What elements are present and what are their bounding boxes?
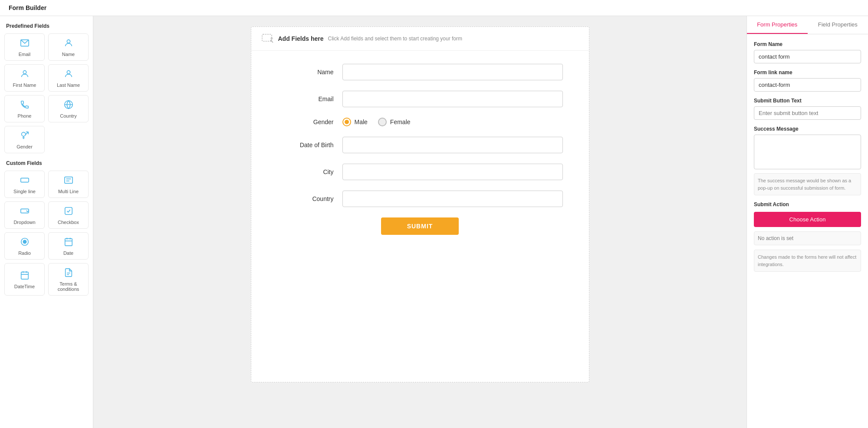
field-datetime[interactable]: DateTime [4, 263, 45, 296]
field-last-name[interactable]: Last Name [48, 64, 89, 92]
radio-icon [20, 237, 30, 248]
male-radio[interactable] [342, 118, 351, 126]
form-link-label: Form link name [754, 69, 861, 76]
terms-label: Terms & conditions [51, 281, 85, 292]
field-date[interactable]: Date [48, 232, 89, 260]
name-label: Name [62, 52, 75, 57]
dob-field-label: Date of Birth [277, 142, 334, 148]
success-message-textarea[interactable] [754, 135, 861, 169]
field-multi-line[interactable]: Multi Line [48, 171, 89, 198]
email-input[interactable] [342, 91, 563, 107]
gender-female-option[interactable]: Female [378, 118, 411, 126]
app-title: Form Builder [9, 4, 46, 11]
add-fields-bar[interactable]: Add Fields here Click Add fields and sel… [251, 27, 589, 51]
female-radio[interactable] [378, 118, 387, 126]
checkbox-label: Checkbox [58, 220, 79, 225]
form-row-city: City [277, 164, 563, 180]
right-panel: Form Properties Field Properties Form Na… [746, 16, 868, 428]
svg-point-2 [23, 71, 26, 74]
country-label: Country [60, 113, 77, 119]
svg-rect-6 [20, 178, 28, 182]
field-dropdown[interactable]: Dropdown [4, 201, 45, 229]
svg-point-5 [21, 132, 25, 136]
name-field-label: Name [277, 69, 334, 76]
dob-input[interactable] [342, 137, 563, 153]
form-name-input[interactable] [754, 50, 861, 63]
email-field-label: Email [277, 95, 334, 102]
svg-rect-11 [65, 207, 72, 215]
email-icon [20, 38, 30, 49]
predefined-section-title: Predefined Fields [4, 23, 89, 29]
add-fields-icon [262, 34, 274, 43]
submit-btn-wrap: SUBMIT [277, 217, 563, 235]
form-row-name: Name [277, 64, 563, 80]
form-row-country: Country [277, 191, 563, 207]
submit-text-input[interactable] [754, 106, 861, 120]
country-field-label: Country [277, 195, 334, 202]
gender-icon [20, 131, 30, 142]
gender-field-label: Gender [277, 119, 334, 125]
svg-rect-18 [21, 272, 28, 280]
form-row-dob: Date of Birth [277, 137, 563, 153]
form-link-input[interactable] [754, 78, 861, 92]
svg-rect-7 [64, 177, 72, 184]
svg-rect-14 [65, 239, 72, 246]
form-name-label: Form Name [754, 41, 861, 47]
submit-button[interactable]: SUBMIT [381, 217, 459, 235]
no-action-text: No action is set [754, 231, 861, 245]
choose-action-button[interactable]: Choose Action [754, 212, 861, 227]
field-email[interactable]: Email [4, 33, 45, 61]
field-first-name[interactable]: First Name [4, 64, 45, 92]
field-terms-conditions[interactable]: Terms & conditions [48, 263, 89, 296]
success-message-label: Success Message [754, 126, 861, 132]
phone-icon [20, 100, 30, 111]
field-single-line[interactable]: Single line [4, 171, 45, 198]
form-row-email: Email [277, 91, 563, 107]
city-input[interactable] [342, 164, 563, 180]
radio-label: Radio [18, 250, 31, 256]
right-panel-tabs: Form Properties Field Properties [747, 16, 868, 34]
checkbox-icon [64, 206, 73, 217]
gender-options: Male Female [342, 118, 411, 126]
first-name-icon [20, 69, 30, 80]
field-gender[interactable]: Gender [4, 126, 45, 153]
field-name[interactable]: Name [48, 33, 89, 61]
form-row-gender: Gender Male Female [277, 118, 563, 126]
country-icon [64, 100, 73, 111]
gender-label: Gender [16, 144, 33, 149]
male-label: Male [355, 119, 368, 125]
country-input[interactable] [342, 191, 563, 207]
female-label: Female [390, 119, 411, 125]
name-icon [64, 38, 73, 49]
form-body: Name Email Gender Male [251, 51, 589, 248]
datetime-label: DateTime [14, 284, 35, 289]
form-canvas: Add Fields here Click Add fields and sel… [251, 26, 589, 382]
tab-form-properties[interactable]: Form Properties [747, 16, 808, 34]
svg-rect-10 [20, 209, 28, 213]
multi-line-icon [64, 175, 73, 186]
add-fields-title: Add Fields here [278, 35, 324, 42]
last-name-label: Last Name [57, 82, 80, 88]
rpanel-content: Form Name Form link name Submit Button T… [747, 34, 868, 279]
svg-point-1 [67, 40, 70, 43]
add-fields-hint: Click Add fields and select them to star… [328, 36, 462, 42]
submit-text-label: Submit Button Text [754, 98, 861, 104]
first-name-label: First Name [13, 82, 36, 88]
dropdown-icon [20, 206, 30, 217]
custom-fields-grid: Single line Multi Line Dropdown Checkbox [4, 171, 89, 296]
field-radio[interactable]: Radio [4, 232, 45, 260]
date-icon [64, 237, 73, 248]
svg-point-3 [67, 71, 70, 74]
phone-label: Phone [18, 113, 32, 119]
field-phone[interactable]: Phone [4, 95, 45, 122]
app-body: Predefined Fields Email Name First Name [0, 16, 868, 428]
gender-male-option[interactable]: Male [342, 118, 368, 126]
field-country[interactable]: Country [48, 95, 89, 122]
male-radio-inner [345, 120, 349, 124]
field-checkbox[interactable]: Checkbox [48, 201, 89, 229]
left-sidebar: Predefined Fields Email Name First Name [0, 16, 93, 428]
svg-point-13 [23, 240, 26, 243]
tab-field-properties[interactable]: Field Properties [808, 16, 868, 34]
name-input[interactable] [342, 64, 563, 80]
date-label: Date [63, 250, 73, 256]
